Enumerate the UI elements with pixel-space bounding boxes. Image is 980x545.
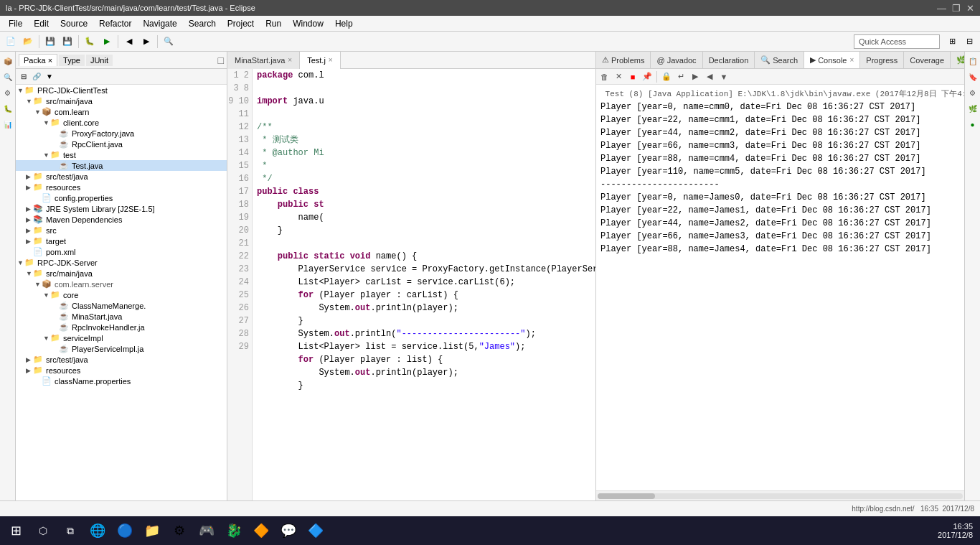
toolbar-persp-btn[interactable]: ⊟ bbox=[961, 34, 977, 50]
menu-window[interactable]: Window bbox=[287, 17, 329, 30]
tree-item[interactable]: ☕RpcInvokeHandler.ja bbox=[16, 322, 227, 332]
right-icon-3[interactable]: ⚙ bbox=[966, 86, 979, 99]
toolbar-views-btn[interactable]: ⊞ bbox=[944, 34, 960, 50]
explorer-tab-junit[interactable]: JUnit bbox=[86, 55, 113, 66]
tree-item[interactable]: 📄className.properties bbox=[16, 376, 227, 386]
tree-item[interactable]: ▼📁src/main/java bbox=[16, 96, 227, 106]
btab-console-close[interactable]: × bbox=[849, 56, 854, 64]
tree-item[interactable]: ▼📁core bbox=[16, 289, 227, 300]
editor-tab-test-close[interactable]: × bbox=[329, 56, 333, 64]
btab-console[interactable]: ▶ Console × bbox=[804, 52, 860, 69]
console-clear-btn[interactable]: 🗑 bbox=[598, 70, 611, 83]
btab-bootdashboard-icon: 🌿 bbox=[956, 55, 964, 65]
menu-search[interactable]: Search bbox=[183, 17, 222, 30]
package-explorer: Packa × Type JUnit □ ⊟ 🔗 ▼ ▼📁PRC-JDk-Cli… bbox=[16, 52, 227, 500]
toolbar-next-btn[interactable]: ▶ bbox=[138, 34, 154, 50]
console-line: Player [year=88, name=James4, date=Fri D… bbox=[600, 244, 931, 254]
tree-item[interactable]: ▼📁serviceImpl bbox=[16, 332, 227, 343]
right-icon-5[interactable]: ● bbox=[966, 118, 979, 131]
editor-tab-minastart-label: MinaStart.java bbox=[235, 56, 285, 65]
btab-declaration[interactable]: Declaration bbox=[703, 52, 755, 69]
console-next-btn[interactable]: ▶ bbox=[689, 70, 702, 83]
menu-help[interactable]: Help bbox=[329, 17, 359, 30]
tree-item[interactable]: ▶📁resources bbox=[16, 365, 227, 376]
tree-item[interactable]: ▶📁resources bbox=[16, 182, 227, 192]
right-icon-2[interactable]: 🔖 bbox=[966, 70, 979, 83]
toolbar-debug-btn[interactable]: 🐛 bbox=[82, 34, 98, 50]
tree-item[interactable]: ▼📦com.learn bbox=[16, 106, 227, 117]
tree-item[interactable]: ▶📁src/test/java bbox=[16, 354, 227, 365]
btab-search[interactable]: 🔍 Search bbox=[755, 52, 804, 69]
tree-item[interactable]: ▶📁src/test/java bbox=[16, 171, 227, 182]
exp-link-btn[interactable]: 🔗 bbox=[30, 70, 43, 83]
console-pin-btn[interactable]: 📌 bbox=[641, 70, 654, 83]
toolbar-save-btn[interactable]: 💾 bbox=[42, 34, 58, 50]
tree-item[interactable]: ▼📁PRC-JDk-ClientTest bbox=[16, 85, 227, 96]
tree-item[interactable]: ▶📚Maven Dependencies bbox=[16, 214, 227, 225]
explorer-maximize-btn[interactable]: □ bbox=[218, 55, 224, 66]
console-hscrollbar[interactable] bbox=[596, 490, 964, 500]
explorer-tab-package[interactable]: Packa × bbox=[19, 54, 57, 66]
tree-item[interactable]: ▼📁RPC-JDK-Server bbox=[16, 257, 227, 268]
menu-edit[interactable]: Edit bbox=[28, 17, 55, 30]
quick-access-input[interactable]: Quick Access bbox=[854, 34, 940, 49]
btab-progress[interactable]: Progress bbox=[860, 52, 904, 69]
toolbar-run-btn[interactable]: ▶ bbox=[99, 34, 115, 50]
sidebar-icon-1[interactable]: 📦 bbox=[1, 55, 14, 67]
maximize-button[interactable]: ❐ bbox=[952, 3, 961, 14]
menu-navigate[interactable]: Navigate bbox=[137, 17, 182, 30]
toolbar-prev-btn[interactable]: ◀ bbox=[121, 34, 137, 50]
tree-item[interactable]: ☕MinaStart.java bbox=[16, 311, 227, 322]
tree-item[interactable]: ☕RpcClient.java bbox=[16, 139, 227, 149]
console-menu-btn[interactable]: ▼ bbox=[717, 70, 730, 83]
toolbar-open-btn[interactable]: 📂 bbox=[20, 34, 36, 50]
menu-source[interactable]: Source bbox=[55, 17, 93, 30]
tree-item[interactable]: ☕ProxyFactory.java bbox=[16, 128, 227, 139]
btab-coverage[interactable]: Coverage bbox=[904, 52, 951, 69]
sidebar-icon-5[interactable]: 📊 bbox=[1, 118, 14, 131]
right-icon-1[interactable]: 📋 bbox=[966, 55, 979, 67]
tree-item[interactable]: ▼📦com.learn.server bbox=[16, 279, 227, 289]
menu-refactor[interactable]: Refactor bbox=[93, 17, 137, 30]
right-icon-4[interactable]: 🌿 bbox=[966, 102, 979, 115]
console-stop-btn[interactable]: ■ bbox=[626, 70, 639, 83]
tree-item[interactable]: ▶📁src bbox=[16, 225, 227, 236]
code-content[interactable]: package com.l import java.u /** * 测试类 * … bbox=[253, 69, 595, 500]
tree-item[interactable]: 📄config.properties bbox=[16, 192, 227, 203]
tree-item[interactable]: ▼📁src/main/java bbox=[16, 268, 227, 279]
toolbar-saveall-btn[interactable]: 💾 bbox=[60, 34, 75, 50]
btab-problems[interactable]: ⚠ Problems bbox=[596, 52, 651, 69]
sidebar-icon-3[interactable]: ⚙ bbox=[1, 86, 14, 99]
btab-javadoc[interactable]: @ Javadoc bbox=[651, 52, 702, 69]
tree-item[interactable]: ▼📁test bbox=[16, 149, 227, 160]
exp-menu-btn[interactable]: ▼ bbox=[43, 70, 56, 83]
sidebar-icon-2[interactable]: 🔍 bbox=[1, 70, 14, 83]
console-prev-btn[interactable]: ◀ bbox=[703, 70, 716, 83]
console-close-btn[interactable]: ✕ bbox=[612, 70, 625, 83]
tree-item[interactable]: ☕ClassNameManerge. bbox=[16, 300, 227, 311]
console-toolbar-sep bbox=[656, 71, 657, 83]
console-scroll-lock-btn[interactable]: 🔒 bbox=[660, 70, 673, 83]
tree-item[interactable]: ▶📚JRE System Library [J2SE-1.5] bbox=[16, 203, 227, 214]
menu-file[interactable]: File bbox=[3, 17, 28, 30]
editor-tab-minastart[interactable]: MinaStart.java × bbox=[227, 52, 300, 69]
menu-project[interactable]: Project bbox=[222, 17, 260, 30]
toolbar-new-btn[interactable]: 📄 bbox=[3, 34, 19, 50]
toolbar-search-btn[interactable]: 🔍 bbox=[161, 34, 176, 50]
btab-bootdashboard[interactable]: 🌿 Boot Dashboard bbox=[951, 52, 964, 69]
tree-item[interactable]: 📄pom.xml bbox=[16, 246, 227, 257]
tree-item[interactable]: ☕Test.java bbox=[16, 160, 227, 171]
exp-collapse-btn[interactable]: ⊟ bbox=[17, 70, 30, 83]
tree-item[interactable]: ▶📁target bbox=[16, 236, 227, 246]
tree-item[interactable]: ☕PlayerServiceImpl.ja bbox=[16, 343, 227, 354]
editor-tab-minastart-close[interactable]: × bbox=[288, 56, 292, 64]
tree-item[interactable]: ▼📁client.core bbox=[16, 117, 227, 128]
minimize-button[interactable]: — bbox=[937, 3, 946, 14]
btab-problems-label: Problems bbox=[611, 56, 644, 65]
explorer-tab-type[interactable]: Type bbox=[59, 55, 85, 66]
menu-run[interactable]: Run bbox=[260, 17, 287, 30]
close-button[interactable]: ✕ bbox=[966, 3, 974, 14]
console-word-wrap-btn[interactable]: ↵ bbox=[674, 70, 687, 83]
sidebar-icon-4[interactable]: 🐛 bbox=[1, 102, 14, 115]
editor-tab-test[interactable]: Test.j × bbox=[300, 52, 341, 69]
